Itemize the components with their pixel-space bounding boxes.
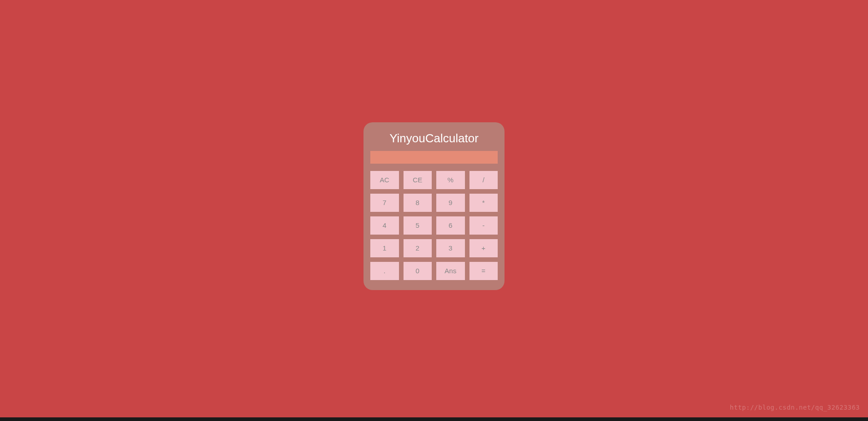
digit-9-button[interactable]: 9 xyxy=(436,194,465,212)
calculator-display xyxy=(370,151,498,164)
percent-button[interactable]: % xyxy=(436,171,465,189)
equals-button[interactable]: = xyxy=(469,262,498,280)
digit-0-button[interactable]: 0 xyxy=(404,262,432,280)
bottom-bar xyxy=(0,417,868,421)
ac-button[interactable]: AC xyxy=(370,171,399,189)
multiply-button[interactable]: * xyxy=(469,194,498,212)
button-grid: AC CE % / 7 8 9 * 4 5 6 - 1 2 3 + . 0 An… xyxy=(370,171,498,280)
digit-1-button[interactable]: 1 xyxy=(370,239,399,257)
ans-button[interactable]: Ans xyxy=(436,262,465,280)
add-button[interactable]: + xyxy=(469,239,498,257)
divide-button[interactable]: / xyxy=(469,171,498,189)
calculator-title: YinyouCalculator xyxy=(370,131,498,145)
digit-7-button[interactable]: 7 xyxy=(370,194,399,212)
digit-8-button[interactable]: 8 xyxy=(404,194,432,212)
digit-5-button[interactable]: 5 xyxy=(404,216,432,235)
watermark-text: http://blog.csdn.net/qq_32623363 xyxy=(730,404,860,411)
calculator-container: YinyouCalculator AC CE % / 7 8 9 * 4 5 6… xyxy=(363,122,505,290)
digit-2-button[interactable]: 2 xyxy=(404,239,432,257)
digit-6-button[interactable]: 6 xyxy=(436,216,465,235)
subtract-button[interactable]: - xyxy=(469,216,498,235)
digit-4-button[interactable]: 4 xyxy=(370,216,399,235)
decimal-button[interactable]: . xyxy=(370,262,399,280)
digit-3-button[interactable]: 3 xyxy=(436,239,465,257)
ce-button[interactable]: CE xyxy=(404,171,432,189)
